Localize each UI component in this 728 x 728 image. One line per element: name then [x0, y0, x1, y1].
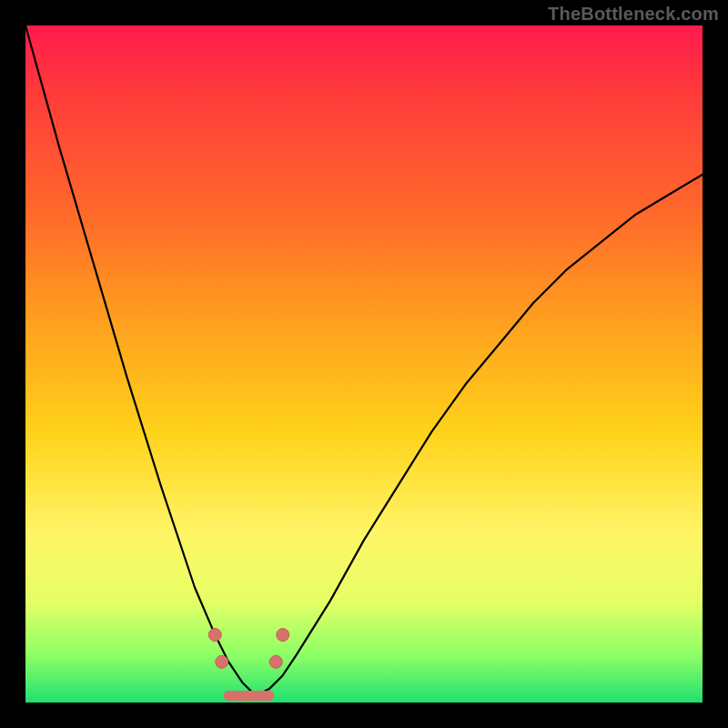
- chart-frame: TheBottleneck.com: [0, 0, 728, 728]
- bottleneck-curve: [25, 25, 703, 696]
- valley-marker-dot: [269, 655, 282, 668]
- watermark-text: TheBottleneck.com: [548, 4, 719, 25]
- valley-marker-dot: [277, 629, 289, 642]
- chart-svg: [25, 25, 703, 703]
- valley-marker-dot: [208, 629, 221, 642]
- valley-marker-dot: [216, 655, 228, 668]
- plot-area: [25, 25, 703, 703]
